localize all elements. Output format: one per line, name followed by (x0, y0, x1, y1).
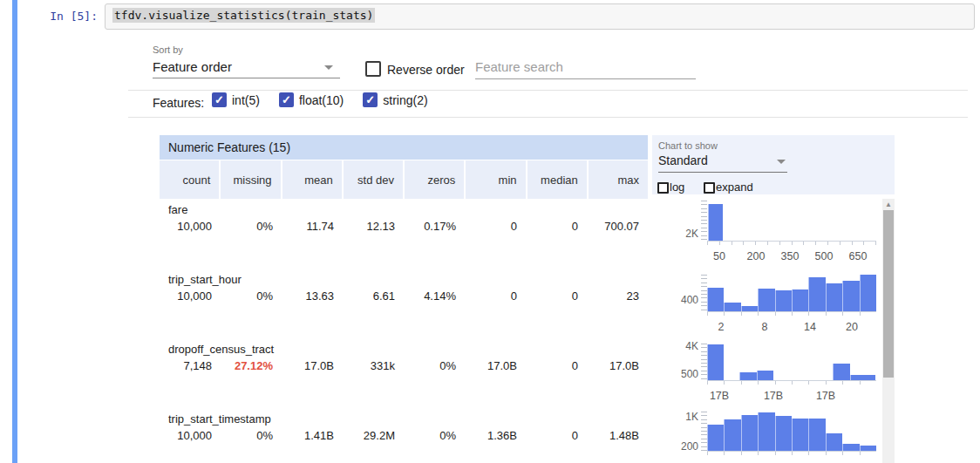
histogram-bar (860, 446, 876, 451)
y-axis-label: 200 (667, 440, 698, 453)
histogram-bar (792, 419, 808, 451)
code-text: tfdv.visualize_statistics(train_stats) (112, 8, 375, 23)
cell-count: 7,148 (160, 359, 221, 372)
histogram-plot[interactable] (707, 410, 876, 452)
expand-checkbox[interactable] (704, 182, 715, 194)
feature-filter-float10: ✓float(10) (279, 92, 344, 107)
x-axis-ticks (707, 242, 876, 245)
histogram-bar (775, 416, 792, 451)
column-header-zeros: zeros (405, 160, 464, 199)
y-axis-label: 400 (667, 294, 698, 306)
cell-count: 10,000 (160, 429, 221, 442)
scrollbar-up-arrow-icon[interactable]: ▲ (882, 201, 895, 208)
histogram-bar (775, 290, 792, 311)
cell-std-dev: 6.61 (343, 289, 404, 303)
sort-by-value: Feature order (153, 59, 340, 74)
histogram-bar (758, 412, 774, 451)
x-axis-label: 17B (710, 390, 729, 402)
histogram-bar (826, 433, 842, 451)
scrollbar-thumb[interactable] (883, 210, 894, 378)
chart-panel: Chart to show Standard log expand (652, 135, 895, 194)
histogram-bar (741, 415, 758, 451)
feature-values: 10,0000%1.41B29.2M0%1.36B01.48B (160, 429, 648, 442)
histogram-bar (707, 344, 724, 380)
feature-filter-string2: ✓string(2) (363, 92, 427, 107)
feature-row-dropoff_census_tract: dropoff_census_tract7,14827.12%17.0B331k… (160, 338, 648, 408)
table-header-row: countmissingmeanstd devzerosminmedianmax (160, 160, 648, 199)
cell-max: 700.07 (587, 220, 648, 233)
cell-mean: 13.63 (282, 289, 343, 303)
histogram-bar (758, 289, 774, 311)
chart-to-show-label: Chart to show (658, 140, 718, 151)
cell-min: 17.0B (465, 359, 526, 372)
histogram-bar (707, 288, 724, 311)
chevron-down-icon (777, 160, 786, 164)
column-header-mean: mean (282, 160, 342, 199)
cell-prompt: In [5]: (19, 10, 98, 23)
cell-min: 0 (465, 289, 526, 303)
chevron-down-icon (324, 65, 333, 70)
reverse-order-checkbox[interactable] (365, 61, 381, 77)
histogram-bar (842, 281, 859, 311)
feature-name: fare (168, 203, 648, 216)
x-axis-label: 500 (815, 250, 834, 262)
histogram-plot[interactable] (707, 199, 876, 242)
feature-search-placeholder: Feature search (475, 59, 696, 74)
column-header-min: min (466, 160, 525, 199)
histogram-bar (739, 372, 757, 380)
feature-row-trip_start_hour: trip_start_hour10,0000%13.636.614.14%002… (160, 269, 648, 338)
cell-mean: 1.41B (282, 429, 343, 442)
histogram-bar (860, 275, 876, 311)
cell-zeros: 4.14% (404, 289, 465, 303)
notebook-page: In [5]: tfdv.visualize_statistics(train_… (0, 0, 980, 463)
histogram-bar (757, 371, 773, 380)
chart-to-show-dropdown[interactable]: Standard (658, 153, 787, 173)
code-cell[interactable]: tfdv.visualize_statistics(train_stats) (105, 3, 975, 30)
cell-std-dev: 331k (343, 359, 404, 372)
divider (128, 90, 968, 91)
feature-filter-checkbox[interactable]: ✓ (279, 92, 294, 107)
cell-missing: 0% (221, 220, 282, 233)
cell-missing: 0% (221, 289, 282, 303)
histogram-bar (842, 444, 859, 451)
y-axis-ticks (701, 412, 707, 451)
y-axis-ticks (701, 201, 707, 241)
selected-cell-indicator (12, 0, 17, 463)
x-axis-ticks (707, 452, 876, 455)
cell-median: 0 (526, 289, 587, 303)
feature-search-input[interactable]: Feature search (475, 59, 696, 79)
column-header-std-dev: std dev (344, 160, 403, 199)
cell-count: 10,000 (160, 220, 221, 233)
x-axis-label: 200 (747, 250, 766, 262)
feature-values: 10,0000%13.636.614.14%0023 (160, 289, 648, 303)
feature-filter-checkbox[interactable]: ✓ (363, 92, 378, 107)
sort-by-label: Sort by (153, 44, 183, 55)
feature-name: trip_start_hour (168, 273, 648, 286)
feature-values: 7,14827.12%17.0B331k0%17.0B017.0B (160, 359, 648, 372)
feature-name: dropoff_census_tract (168, 343, 648, 356)
log-checkbox[interactable] (657, 182, 669, 194)
expand-label: expand (716, 180, 753, 194)
x-axis-ticks (707, 312, 876, 316)
histogram-bar (826, 283, 842, 311)
sort-by-dropdown[interactable]: Feature order (153, 59, 340, 78)
log-label: log (670, 180, 684, 194)
histogram-plot[interactable] (707, 273, 876, 312)
feature-filter-checkbox[interactable]: ✓ (212, 92, 227, 107)
cell-zeros: 0.17% (404, 220, 465, 233)
y-axis-label: 2K (667, 228, 698, 240)
x-axis-label: 20 (846, 321, 858, 333)
feature-name: trip_start_timestamp (168, 412, 648, 426)
y-axis-label: 4K (667, 340, 698, 352)
y-axis-ticks (701, 344, 707, 380)
column-header-count: count (160, 160, 219, 199)
x-axis-label: 8 (762, 321, 768, 333)
histogram-plot[interactable] (707, 342, 876, 381)
chart-to-show-value: Standard (658, 153, 787, 167)
column-header-missing: missing (221, 160, 280, 199)
feature-filter-label: string(2) (383, 93, 427, 107)
cell-max: 17.0B (587, 359, 648, 372)
histogram-bar (850, 375, 875, 380)
y-axis-label: 1K (667, 411, 698, 423)
feature-filter-label: int(5) (232, 93, 260, 107)
